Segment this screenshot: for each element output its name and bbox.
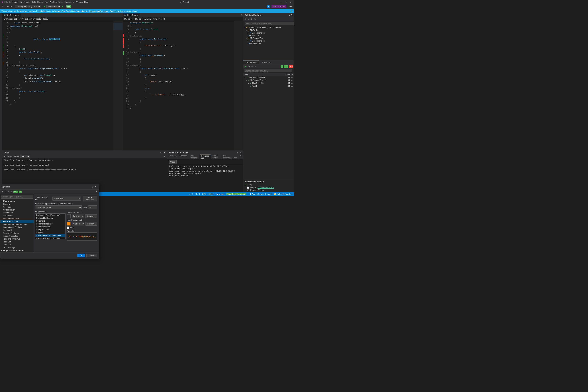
dialog-title: Options: [2, 186, 91, 188]
options-search-input[interactable]: [1, 195, 33, 196]
dt-close2[interactable]: ✕: [95, 190, 98, 193]
dialog-close-button[interactable]: ✕: [94, 186, 97, 188]
options-dialog: Options ? ✕ ⊞ □ ↕ ▷ 99+ ✓ ✕: [0, 184, 99, 196]
dt-btn2[interactable]: □: [4, 190, 7, 193]
dt-badge: 99+: [14, 190, 18, 193]
dialog-right-panel: Show settings for: Text Editor Use Defau…: [34, 194, 99, 196]
options-overlay: Options ? ✕ ⊞ □ ↕ ▷ 99+ ✓ ✕: [0, 0, 294, 196]
use-defaults-button[interactable]: Use Defaults: [83, 196, 97, 196]
dt-btn3[interactable]: ↕: [8, 190, 10, 193]
dt-check: ✓: [19, 190, 22, 193]
dt-btn4[interactable]: ▷: [10, 190, 13, 193]
dt-btn1[interactable]: ⊞: [1, 190, 4, 193]
dialog-left-panel: ▼ Environment General Accounts AutoRecov…: [0, 194, 34, 196]
settings-for-row: Show settings for: Text Editor Use Defau…: [35, 196, 97, 196]
dialog-toolbar: ⊞ □ ↕ ▷ 99+ ✓ ✕: [0, 190, 99, 194]
dialog-content: ▼ Environment General Accounts AutoRecov…: [0, 194, 99, 196]
dialog-titlebar: Options ? ✕: [0, 184, 99, 190]
dialog-help[interactable]: ?: [91, 186, 94, 188]
